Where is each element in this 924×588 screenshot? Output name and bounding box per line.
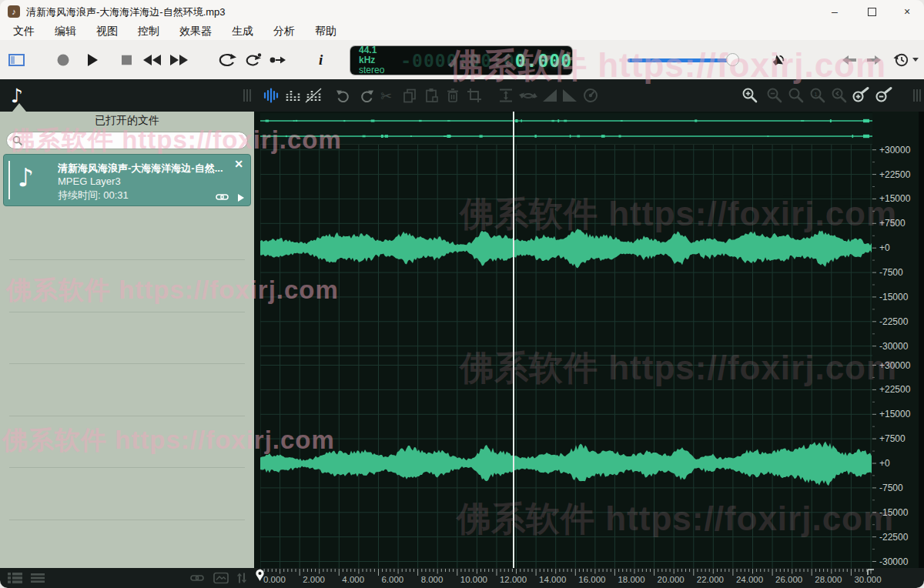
menu-item[interactable]: 帮助 — [305, 25, 346, 38]
record-button[interactable] — [57, 54, 69, 66]
app-icon: ♪ — [8, 5, 20, 18]
amplitude-label: -22500 — [879, 532, 908, 543]
fast-forward-button[interactable] — [169, 55, 188, 65]
loop-icon — [218, 52, 236, 68]
reverse-button[interactable] — [519, 88, 537, 103]
loop-button[interactable] — [218, 52, 236, 68]
zoom-original-button[interactable]: 1 — [808, 86, 827, 105]
nav-back-button[interactable] — [842, 55, 856, 65]
ruler-label: 12.000 — [500, 575, 527, 584]
rewind-button[interactable] — [143, 55, 162, 65]
waveform-canvas[interactable] — [260, 113, 872, 568]
list-divider — [9, 259, 245, 260]
minimize-button[interactable]: – — [818, 0, 852, 23]
spectrogram-off-button[interactable] — [305, 88, 322, 103]
edit-strip: ♪ ✂ — [0, 79, 924, 112]
nav-back-icon — [842, 55, 856, 65]
play-button[interactable] — [87, 54, 98, 66]
zoom-vertical-out-button[interactable] — [875, 86, 895, 105]
loop-selection-button[interactable] — [245, 52, 262, 68]
stop-button[interactable] — [122, 55, 132, 65]
zoom-in-button[interactable] — [741, 86, 759, 105]
maximize-button[interactable] — [855, 0, 889, 23]
waveform-editor[interactable]: +30000+22500+15000+7500+0-7500-15000-225… — [254, 112, 924, 568]
file-link-icon[interactable] — [216, 193, 229, 201]
amplitude-label: +22500 — [879, 169, 910, 180]
menu-item[interactable]: 生成 — [222, 25, 263, 38]
amplitude-label: -22500 — [879, 316, 908, 327]
list-detail-view-icon — [8, 572, 22, 584]
list-divider — [9, 520, 245, 520]
amplitude-label: +22500 — [879, 384, 910, 395]
speaker-button[interactable] — [770, 52, 788, 68]
strip-drag-handle-right[interactable] — [913, 89, 921, 102]
titlebar: ♪ 清新海风海浪声-大海海洋海边-自然环境.mp3 – × — [0, 0, 924, 23]
zoom-selection-button[interactable] — [787, 86, 805, 105]
menu-item[interactable]: 编辑 — [45, 25, 86, 38]
close-button[interactable]: × — [890, 0, 924, 23]
sidebar-header: 已打开的文件 — [0, 114, 254, 128]
amplitude-label: +7500 — [879, 433, 906, 444]
undo-button[interactable] — [336, 88, 351, 103]
link-files-button[interactable] — [190, 574, 204, 583]
menu-item[interactable]: 效果器 — [169, 25, 222, 38]
history-button[interactable] — [893, 52, 919, 68]
menu-item[interactable]: 视图 — [86, 25, 128, 38]
playhead-pin-icon[interactable] — [255, 569, 265, 583]
play-from-cursor-button[interactable] — [270, 55, 286, 65]
cut-button[interactable]: ✂ — [380, 88, 392, 104]
info-button[interactable]: i — [319, 52, 323, 68]
sort-files-button[interactable] — [236, 573, 247, 584]
volume-slider[interactable] — [628, 55, 743, 65]
paste-icon — [424, 88, 439, 103]
zoom-selection-icon — [787, 86, 805, 105]
file-play-icon[interactable] — [238, 194, 244, 202]
sidebar-toggle-icon — [8, 54, 25, 66]
redo-button[interactable] — [359, 88, 374, 103]
amplitude-label: -7500 — [879, 267, 903, 278]
search-input[interactable] — [27, 133, 242, 149]
menu-item[interactable]: 文件 — [3, 25, 45, 38]
svg-text:1: 1 — [814, 91, 818, 98]
spectrogram-view-icon — [284, 88, 300, 103]
time-display: 44.1 kHz stereo -0000:00:00.000 — [350, 46, 572, 75]
record-icon — [57, 54, 69, 66]
delete-button[interactable] — [445, 88, 460, 103]
amplitude-label: -15000 — [879, 507, 908, 518]
menu-item[interactable]: 控制 — [128, 25, 169, 38]
normalize-button[interactable] — [497, 88, 514, 103]
gain-button[interactable] — [583, 88, 598, 103]
volume-handle[interactable] — [726, 53, 739, 66]
amplitude-label: -7500 — [879, 483, 903, 493]
spectrogram-view-button[interactable] — [284, 88, 300, 103]
copy-button[interactable] — [402, 88, 417, 103]
sidebar-tab-notch — [12, 103, 26, 112]
zoom-out-button[interactable] — [765, 86, 784, 105]
search-icon — [12, 135, 23, 146]
fade-in-button[interactable] — [542, 89, 557, 102]
file-close-button[interactable]: ✕ — [234, 158, 243, 170]
nav-forward-button[interactable] — [867, 55, 882, 65]
menu-item[interactable]: 分析 — [263, 25, 305, 38]
amplitude-scale: +30000+22500+15000+7500+0-7500-15000-225… — [872, 112, 919, 568]
zoom-in-icon — [741, 86, 759, 105]
strip-drag-handle[interactable] — [243, 89, 251, 102]
channel-mode: stereo — [359, 65, 390, 75]
undo-icon — [336, 88, 351, 103]
show-preview-button[interactable] — [213, 573, 229, 584]
trim-button[interactable] — [467, 88, 482, 103]
search-box[interactable] — [6, 132, 248, 149]
sidebar-toggle-button[interactable] — [8, 54, 25, 66]
list-detail-view-button[interactable] — [8, 572, 22, 584]
stop-icon — [122, 55, 132, 65]
amplitude-label: -30000 — [879, 556, 908, 567]
list-compact-view-button[interactable] — [31, 573, 45, 583]
playhead-cursor[interactable] — [513, 112, 514, 568]
zoom-back-button[interactable] — [830, 86, 849, 105]
paste-button[interactable] — [424, 88, 439, 103]
file-card[interactable]: ♪ 清新海风海浪声-大海海洋海边-自然... MPEG Layer3 持续时间:… — [3, 154, 251, 206]
waveform-view-button[interactable] — [263, 88, 280, 103]
amplitude-label: -15000 — [879, 292, 908, 302]
fade-out-button[interactable] — [562, 89, 578, 102]
zoom-vertical-in-button[interactable] — [852, 86, 872, 105]
